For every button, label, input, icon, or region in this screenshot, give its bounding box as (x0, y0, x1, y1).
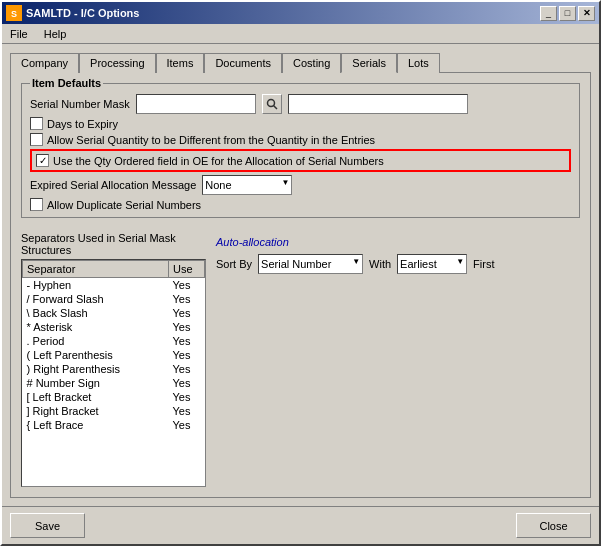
separator-name: ) Right Parenthesis (23, 362, 169, 376)
days-to-expiry-checkbox[interactable] (30, 117, 43, 130)
separator-use: Yes (169, 348, 205, 362)
tab-items[interactable]: Items (156, 53, 205, 73)
list-item[interactable]: ] Right BracketYes (23, 404, 205, 418)
use-qty-ordered-checkbox[interactable] (36, 154, 49, 167)
auto-allocation-title: Auto-allocation (216, 236, 494, 248)
separator-use: Yes (169, 334, 205, 348)
content-area: Company Processing Items Documents Costi… (2, 44, 599, 506)
svg-text:S: S (11, 9, 17, 19)
sort-by-dropdown-wrapper: Serial Number Expiry Date Receipt Date (258, 254, 363, 274)
separator-use: Yes (169, 376, 205, 390)
auto-allocation-section: Auto-allocation Sort By Serial Number Ex… (216, 232, 494, 487)
allow-serial-qty-label: Allow Serial Quantity to be Different fr… (47, 134, 375, 146)
days-to-expiry-row: Days to Expiry (30, 117, 571, 130)
list-item[interactable]: \ Back SlashYes (23, 306, 205, 320)
col-use: Use (169, 261, 205, 278)
separator-table: Separator Use - HyphenYes/ Forward Slash… (22, 260, 205, 432)
separator-name: ( Left Parenthesis (23, 348, 169, 362)
list-item[interactable]: / Forward SlashYes (23, 292, 205, 306)
separator-list-container: Separators Used in Serial Mask Structure… (21, 232, 206, 487)
close-button[interactable]: Close (516, 513, 591, 538)
separator-name: \ Back Slash (23, 306, 169, 320)
tab-documents[interactable]: Documents (204, 53, 282, 73)
sort-by-dropdown[interactable]: Serial Number Expiry Date Receipt Date (258, 254, 363, 274)
separator-name: * Asterisk (23, 320, 169, 334)
list-item[interactable]: [ Left BracketYes (23, 390, 205, 404)
separator-name: - Hyphen (23, 278, 169, 293)
expired-serial-msg-dropdown[interactable]: None Warning Error (202, 175, 292, 195)
allow-duplicate-label: Allow Duplicate Serial Numbers (47, 199, 201, 211)
save-button[interactable]: Save (10, 513, 85, 538)
allow-serial-qty-checkbox[interactable] (30, 133, 43, 146)
svg-point-2 (267, 100, 274, 107)
svg-line-3 (273, 106, 277, 110)
sort-by-row: Sort By Serial Number Expiry Date Receip… (216, 254, 494, 274)
days-to-expiry-label: Days to Expiry (47, 118, 118, 130)
list-item[interactable]: - HyphenYes (23, 278, 205, 293)
serial-number-desc-input[interactable] (288, 94, 468, 114)
allow-duplicate-checkbox[interactable] (30, 198, 43, 211)
separator-use: Yes (169, 404, 205, 418)
serial-number-mask-row: Serial Number Mask (30, 94, 571, 114)
separator-use: Yes (169, 306, 205, 320)
menu-help[interactable]: Help (40, 27, 71, 41)
serial-number-mask-label: Serial Number Mask (30, 98, 130, 110)
window-title: SAMLTD - I/C Options (26, 7, 139, 19)
separator-name: { Left Brace (23, 418, 169, 432)
tab-costing[interactable]: Costing (282, 53, 341, 73)
list-item[interactable]: # Number SignYes (23, 376, 205, 390)
tab-lots[interactable]: Lots (397, 53, 440, 73)
sort-by-label: Sort By (216, 258, 252, 270)
tab-processing[interactable]: Processing (79, 53, 155, 73)
menu-file[interactable]: File (6, 27, 32, 41)
serial-number-mask-input[interactable] (136, 94, 256, 114)
minimize-button[interactable]: _ (540, 6, 557, 21)
tab-serials[interactable]: Serials (341, 53, 397, 73)
use-qty-ordered-label: Use the Qty Ordered field in OE for the … (53, 155, 384, 167)
expired-serial-msg-label: Expired Serial Allocation Message (30, 179, 196, 191)
expired-serial-msg-dropdown-wrapper: None Warning Error (202, 175, 292, 195)
close-window-button[interactable]: ✕ (578, 6, 595, 21)
list-item[interactable]: ) Right ParenthesisYes (23, 362, 205, 376)
panel-serials: Item Defaults Serial Number Mask (10, 72, 591, 498)
main-window: S SAMLTD - I/C Options _ □ ✕ File Help C… (0, 0, 601, 546)
use-qty-ordered-row: Use the Qty Ordered field in OE for the … (30, 149, 571, 172)
col-separator: Separator (23, 261, 169, 278)
separator-use: Yes (169, 362, 205, 376)
serial-number-search-button[interactable] (262, 94, 282, 114)
menu-bar: File Help (2, 24, 599, 44)
group-label: Item Defaults (30, 77, 103, 89)
title-bar: S SAMLTD - I/C Options _ □ ✕ (2, 2, 599, 24)
expired-serial-msg-row: Expired Serial Allocation Message None W… (30, 175, 571, 195)
separator-name: / Forward Slash (23, 292, 169, 306)
separator-list-label: Separators Used in Serial Mask Structure… (21, 232, 206, 256)
separator-use: Yes (169, 390, 205, 404)
separator-use: Yes (169, 292, 205, 306)
separator-name: . Period (23, 334, 169, 348)
list-item[interactable]: * AsteriskYes (23, 320, 205, 334)
window-icon: S (6, 5, 22, 21)
separator-use: Yes (169, 418, 205, 432)
list-item[interactable]: ( Left ParenthesisYes (23, 348, 205, 362)
first-label: First (473, 258, 494, 270)
separator-name: ] Right Bracket (23, 404, 169, 418)
allow-duplicate-row: Allow Duplicate Serial Numbers (30, 198, 571, 211)
maximize-button[interactable]: □ (559, 6, 576, 21)
list-item[interactable]: { Left BraceYes (23, 418, 205, 432)
group-item-defaults: Item Defaults Serial Number Mask (21, 83, 580, 218)
tab-bar: Company Processing Items Documents Costi… (10, 52, 591, 72)
tab-company[interactable]: Company (10, 53, 79, 73)
with-dropdown[interactable]: Earliest Latest (397, 254, 467, 274)
allow-serial-qty-row: Allow Serial Quantity to be Different fr… (30, 133, 571, 146)
separator-use: Yes (169, 320, 205, 334)
list-item[interactable]: . PeriodYes (23, 334, 205, 348)
with-dropdown-wrapper: Earliest Latest (397, 254, 467, 274)
separator-use: Yes (169, 278, 205, 293)
separator-name: # Number Sign (23, 376, 169, 390)
separator-name: [ Left Bracket (23, 390, 169, 404)
with-label: With (369, 258, 391, 270)
separator-section: Separators Used in Serial Mask Structure… (21, 232, 580, 487)
separator-listbox[interactable]: Separator Use - HyphenYes/ Forward Slash… (21, 259, 206, 487)
footer: Save Close (2, 506, 599, 544)
